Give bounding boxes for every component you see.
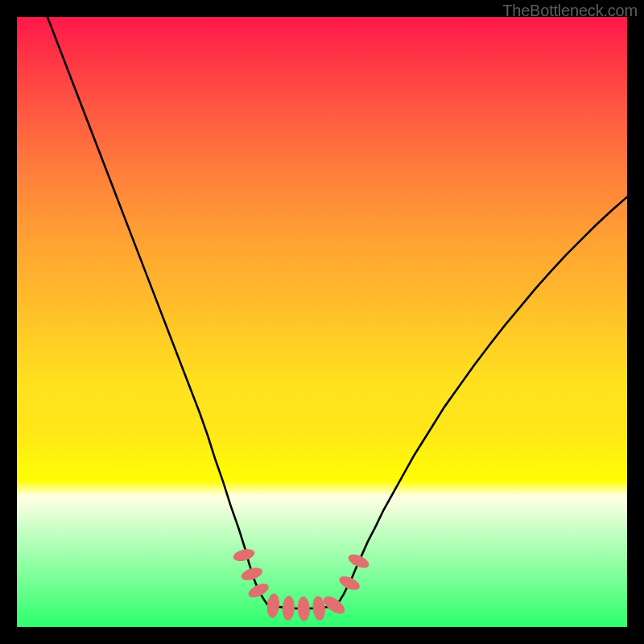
marker-m5 xyxy=(282,596,295,621)
marker-m9 xyxy=(337,574,361,593)
marker-m1 xyxy=(232,547,256,564)
marker-m6 xyxy=(297,597,311,621)
watermark-text: TheBottleneck.com xyxy=(502,2,638,20)
marker-m3 xyxy=(246,580,271,600)
series-right-curve xyxy=(337,197,627,605)
series-left-curve xyxy=(47,17,267,604)
curves-group xyxy=(47,17,627,609)
chart-frame: TheBottleneck.com xyxy=(0,0,644,644)
curve-layer xyxy=(17,17,627,627)
marker-m4 xyxy=(266,593,280,619)
markers-group xyxy=(232,547,371,621)
marker-m10 xyxy=(346,551,370,571)
marker-m2 xyxy=(240,565,264,583)
